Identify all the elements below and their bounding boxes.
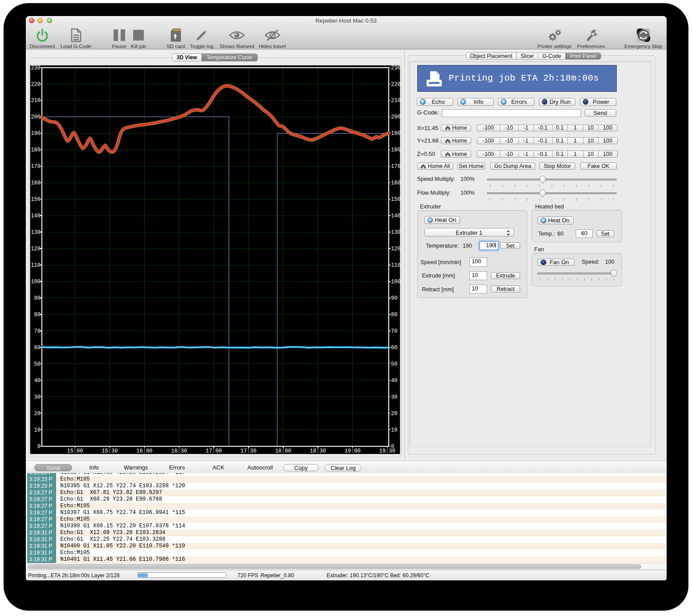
svg-text:130: 130 bbox=[391, 229, 401, 236]
svg-text:170: 170 bbox=[391, 163, 401, 170]
svg-text:18:30: 18:30 bbox=[309, 448, 326, 454]
svg-text:17:30: 17:30 bbox=[240, 448, 256, 454]
svg-text:140: 140 bbox=[391, 213, 401, 219]
svg-text:70: 70 bbox=[34, 328, 40, 335]
svg-text:60: 60 bbox=[34, 345, 40, 351]
svg-text:160: 160 bbox=[31, 180, 41, 186]
svg-text:60: 60 bbox=[391, 345, 397, 351]
svg-text:30: 30 bbox=[34, 394, 40, 400]
svg-text:130: 130 bbox=[31, 229, 41, 236]
svg-text:0: 0 bbox=[37, 444, 40, 450]
svg-text:120: 120 bbox=[31, 246, 41, 252]
svg-text:15:30: 15:30 bbox=[102, 448, 118, 454]
svg-text:15:00: 15:00 bbox=[67, 448, 83, 454]
svg-text:180: 180 bbox=[31, 147, 41, 153]
svg-text:16:30: 16:30 bbox=[171, 448, 187, 454]
svg-text:80: 80 bbox=[391, 312, 397, 318]
svg-text:90: 90 bbox=[34, 295, 40, 302]
svg-text:110: 110 bbox=[31, 262, 41, 269]
svg-text:40: 40 bbox=[391, 378, 397, 384]
svg-text:20: 20 bbox=[34, 411, 40, 417]
svg-text:80: 80 bbox=[34, 312, 40, 318]
svg-text:100: 100 bbox=[31, 279, 41, 285]
svg-text:170: 170 bbox=[31, 163, 41, 170]
svg-text:230: 230 bbox=[391, 65, 401, 71]
svg-text:70: 70 bbox=[391, 328, 397, 335]
svg-text:18:00: 18:00 bbox=[275, 448, 291, 454]
svg-text:20: 20 bbox=[391, 411, 397, 417]
svg-text:10: 10 bbox=[34, 427, 40, 433]
svg-text:220: 220 bbox=[31, 82, 41, 88]
svg-text:19:00: 19:00 bbox=[344, 448, 360, 454]
svg-text:200: 200 bbox=[31, 114, 41, 120]
svg-text:200: 200 bbox=[391, 114, 401, 120]
svg-text:40: 40 bbox=[34, 378, 40, 384]
svg-text:100: 100 bbox=[391, 279, 401, 285]
svg-text:140: 140 bbox=[31, 213, 41, 219]
svg-text:50: 50 bbox=[34, 361, 40, 367]
svg-text:30: 30 bbox=[391, 394, 397, 400]
svg-text:210: 210 bbox=[31, 98, 41, 104]
svg-text:10: 10 bbox=[391, 427, 397, 433]
svg-text:17:00: 17:00 bbox=[206, 448, 222, 454]
svg-text:110: 110 bbox=[391, 262, 401, 269]
svg-text:220: 220 bbox=[391, 82, 401, 88]
svg-text:150: 150 bbox=[31, 196, 41, 203]
svg-text:180: 180 bbox=[391, 147, 401, 153]
svg-text:120: 120 bbox=[391, 246, 401, 252]
svg-text:16:00: 16:00 bbox=[136, 448, 152, 454]
svg-text:19:30: 19:30 bbox=[379, 448, 395, 454]
svg-text:160: 160 bbox=[391, 180, 401, 186]
svg-text:190: 190 bbox=[31, 131, 41, 137]
svg-text:150: 150 bbox=[391, 196, 401, 203]
svg-text:50: 50 bbox=[391, 361, 397, 367]
svg-text:90: 90 bbox=[391, 295, 397, 302]
svg-text:190: 190 bbox=[391, 131, 401, 137]
svg-text:210: 210 bbox=[391, 98, 401, 104]
svg-text:230: 230 bbox=[31, 65, 41, 71]
